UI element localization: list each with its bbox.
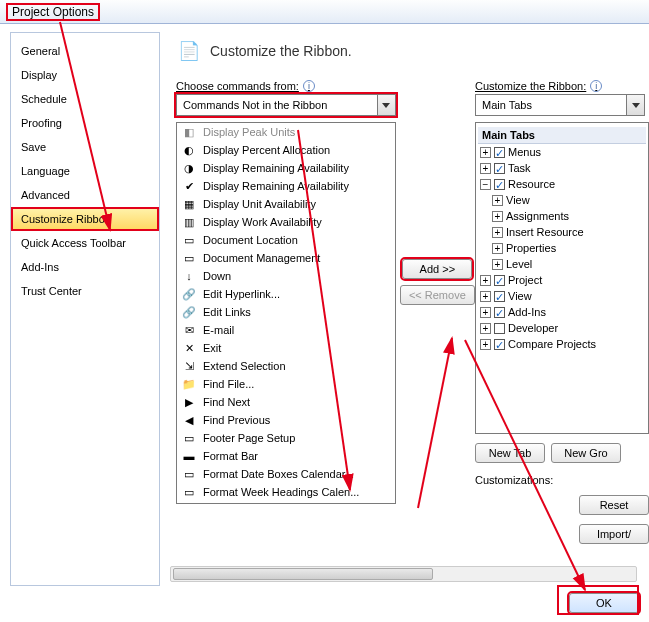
command-label: Display Work Availability: [203, 216, 322, 228]
expand-toggle[interactable]: +: [480, 163, 491, 174]
combo-arrow[interactable]: [377, 95, 395, 115]
ribbon-scope-combo[interactable]: [475, 94, 645, 116]
checkbox[interactable]: [494, 163, 505, 174]
expand-toggle[interactable]: +: [480, 147, 491, 158]
checkbox[interactable]: [494, 307, 505, 318]
command-item[interactable]: 📁Find File...: [177, 375, 395, 393]
combo-arrow[interactable]: [626, 95, 644, 115]
command-label: Display Remaining Availability: [203, 162, 349, 174]
tree-label: Properties: [506, 240, 556, 256]
sidebar-item-save[interactable]: Save: [11, 135, 159, 159]
command-item[interactable]: ▭Formula Bar: [177, 501, 395, 503]
sidebar-item-proofing[interactable]: Proofing: [11, 111, 159, 135]
command-item[interactable]: ◑Display Remaining Availability: [177, 159, 395, 177]
choose-commands-value[interactable]: [177, 95, 377, 115]
sidebar-item-quick-access-toolbar[interactable]: Quick Access Toolbar: [11, 231, 159, 255]
command-item[interactable]: ▭Format Date Boxes Calendar...: [177, 465, 395, 483]
horizontal-scrollbar[interactable]: [170, 566, 637, 582]
expand-toggle[interactable]: +: [480, 323, 491, 334]
sidebar-item-advanced[interactable]: Advanced: [11, 183, 159, 207]
tree-node[interactable]: +Task: [478, 160, 646, 176]
command-item[interactable]: ◀Find Previous: [177, 411, 395, 429]
chevron-down-icon: [632, 103, 640, 108]
sidebar-item-trust-center[interactable]: Trust Center: [11, 279, 159, 303]
command-icon: ◐: [181, 142, 197, 158]
checkbox[interactable]: [494, 339, 505, 350]
command-label: Display Peak Units: [203, 126, 295, 138]
command-item[interactable]: ▭Footer Page Setup: [177, 429, 395, 447]
command-item[interactable]: ▭Document Management: [177, 249, 395, 267]
checkbox[interactable]: [494, 179, 505, 190]
command-item[interactable]: 🔗Edit Links: [177, 303, 395, 321]
expand-toggle[interactable]: +: [480, 307, 491, 318]
command-item[interactable]: ↓Down: [177, 267, 395, 285]
sidebar-item-add-ins[interactable]: Add-Ins: [11, 255, 159, 279]
expand-toggle[interactable]: +: [492, 227, 503, 238]
tree-node[interactable]: +Insert Resource: [478, 224, 646, 240]
command-label: Display Percent Allocation: [203, 144, 330, 156]
command-item[interactable]: ▦Display Unit Availability: [177, 195, 395, 213]
tree-node[interactable]: +Project: [478, 272, 646, 288]
checkbox[interactable]: [494, 323, 505, 334]
checkbox[interactable]: [494, 291, 505, 302]
transfer-buttons: Add >> << Remove: [400, 76, 475, 308]
tree-node[interactable]: +Developer: [478, 320, 646, 336]
command-item[interactable]: ▭Document Location: [177, 231, 395, 249]
expand-toggle[interactable]: +: [480, 291, 491, 302]
tree-node[interactable]: +Compare Projects: [478, 336, 646, 352]
command-item[interactable]: ⇲Extend Selection: [177, 357, 395, 375]
ribbon-tree[interactable]: Main Tabs +Menus+Task−Resource+View+Assi…: [475, 122, 649, 434]
command-item[interactable]: ✉E-mail: [177, 321, 395, 339]
choose-commands-combo[interactable]: [176, 94, 396, 116]
reset-button[interactable]: Reset: [579, 495, 649, 515]
command-icon: ⇲: [181, 358, 197, 374]
expand-toggle[interactable]: +: [492, 211, 503, 222]
expand-toggle[interactable]: +: [492, 259, 503, 270]
expand-toggle[interactable]: +: [480, 339, 491, 350]
command-item[interactable]: ▬Format Bar: [177, 447, 395, 465]
command-item[interactable]: ▥Display Work Availability: [177, 213, 395, 231]
sidebar-item-customize-ribbon[interactable]: Customize Ribbon: [11, 207, 159, 231]
commands-listbox[interactable]: ◧Display Peak Units◐Display Percent Allo…: [176, 122, 396, 504]
command-label: Extend Selection: [203, 360, 286, 372]
info-icon[interactable]: i: [303, 80, 315, 92]
command-item[interactable]: ▭Format Week Headings Calen...: [177, 483, 395, 501]
command-item[interactable]: ▶Find Next: [177, 393, 395, 411]
import-export-button[interactable]: Import/: [579, 524, 649, 544]
command-item[interactable]: ◧Display Peak Units: [177, 123, 395, 141]
command-item[interactable]: ◐Display Percent Allocation: [177, 141, 395, 159]
command-label: Document Location: [203, 234, 298, 246]
ribbon-scope-value[interactable]: [476, 95, 626, 115]
tree-node[interactable]: +View: [478, 288, 646, 304]
scrollbar-thumb[interactable]: [173, 568, 433, 580]
tree-node[interactable]: +Menus: [478, 144, 646, 160]
command-item[interactable]: 🔗Edit Hyperlink...: [177, 285, 395, 303]
ok-button[interactable]: OK: [569, 593, 639, 613]
expand-toggle[interactable]: +: [492, 243, 503, 254]
checkbox[interactable]: [494, 147, 505, 158]
command-item[interactable]: ✔Display Remaining Availability: [177, 177, 395, 195]
sidebar-item-general[interactable]: General: [11, 39, 159, 63]
sidebar-item-language[interactable]: Language: [11, 159, 159, 183]
command-icon: 🔗: [181, 286, 197, 302]
tree-node[interactable]: +View: [478, 192, 646, 208]
tree-node[interactable]: +Add-Ins: [478, 304, 646, 320]
info-icon[interactable]: i: [590, 80, 602, 92]
expand-toggle[interactable]: −: [480, 179, 491, 190]
tree-node[interactable]: +Level: [478, 256, 646, 272]
tree-node[interactable]: +Properties: [478, 240, 646, 256]
checkbox[interactable]: [494, 275, 505, 286]
add-button[interactable]: Add >>: [402, 259, 472, 279]
new-tab-button[interactable]: New Tab: [475, 443, 545, 463]
expand-toggle[interactable]: +: [480, 275, 491, 286]
tree-node[interactable]: −Resource: [478, 176, 646, 192]
expand-toggle[interactable]: +: [492, 195, 503, 206]
tree-label: Developer: [508, 320, 558, 336]
tree-node[interactable]: +Assignments: [478, 208, 646, 224]
sidebar-item-schedule[interactable]: Schedule: [11, 87, 159, 111]
command-label: Find Next: [203, 396, 250, 408]
new-group-button[interactable]: New Gro: [551, 443, 621, 463]
tree-label: Insert Resource: [506, 224, 584, 240]
command-item[interactable]: ✕Exit: [177, 339, 395, 357]
sidebar-item-display[interactable]: Display: [11, 63, 159, 87]
